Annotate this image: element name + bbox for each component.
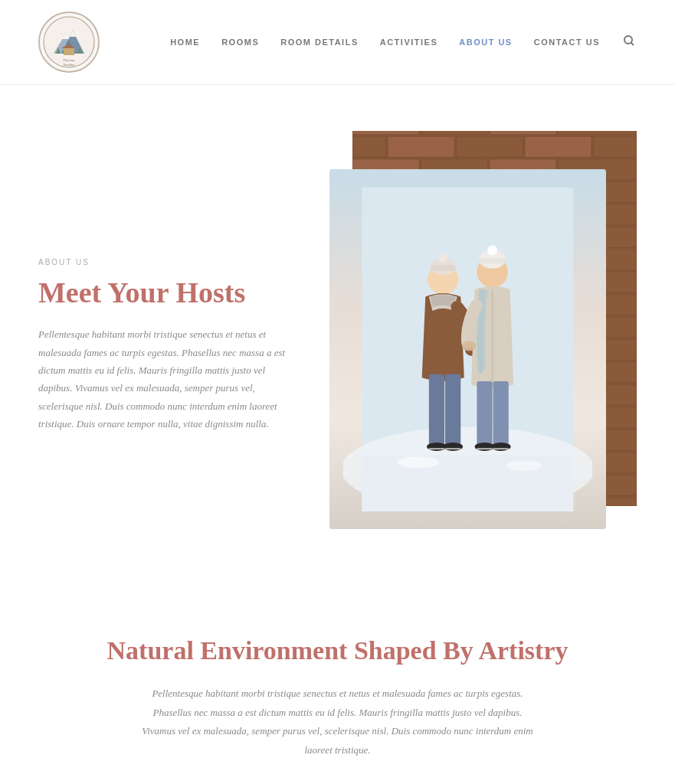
svg-rect-18	[352, 136, 386, 157]
svg-rect-20	[456, 136, 523, 157]
search-icon	[623, 34, 635, 47]
nav-activities[interactable]: ACTIVITIES	[380, 38, 438, 47]
nav-about-us[interactable]: ABOUT US	[459, 38, 512, 47]
site-header: Elysian Studios HOME ROOMS ROOM DETAILS …	[0, 0, 675, 85]
about-body: Pellentesque habitant morbi tristique se…	[38, 325, 299, 433]
svg-text:Studios: Studios	[63, 63, 74, 67]
svg-rect-106	[429, 448, 444, 449]
svg-point-111	[487, 245, 497, 255]
environment-section: Natural Environment Shaped By Artistry P…	[0, 590, 675, 784]
nav-contact-us[interactable]: CONTACT US	[534, 38, 600, 47]
nav-room-details[interactable]: ROOM DETAILS	[280, 38, 359, 47]
svg-rect-103	[445, 374, 460, 444]
svg-rect-100	[431, 265, 456, 270]
svg-rect-19	[388, 136, 454, 157]
svg-rect-117	[477, 448, 492, 449]
svg-point-121	[506, 460, 542, 470]
svg-rect-15	[421, 131, 487, 135]
about-label: ABOUT US	[38, 258, 299, 266]
logo-circle: Elysian Studios	[38, 11, 100, 73]
svg-point-120	[398, 456, 440, 468]
svg-rect-110	[479, 257, 506, 263]
couple-illustration	[343, 188, 592, 511]
svg-rect-107	[445, 448, 460, 449]
svg-line-12	[631, 43, 634, 46]
svg-point-105	[443, 442, 463, 450]
environment-body: Pellentesque habitant morbi tristique se…	[139, 684, 537, 760]
logo-icon: Elysian Studios	[42, 15, 96, 69]
svg-rect-5	[64, 48, 74, 55]
svg-rect-14	[352, 131, 419, 135]
svg-point-119	[462, 341, 476, 351]
logo: Elysian Studios	[38, 11, 100, 73]
svg-rect-16	[490, 131, 556, 135]
search-button[interactable]	[621, 33, 637, 51]
svg-point-101	[439, 253, 447, 262]
svg-rect-21	[525, 136, 591, 157]
about-text-block: ABOUT US Meet Your Hosts Pellentesque ha…	[38, 227, 329, 433]
svg-rect-114	[493, 381, 509, 444]
svg-rect-113	[477, 381, 492, 444]
svg-text:Elysian: Elysian	[64, 58, 75, 62]
environment-title: Natural Environment Shaped By Artistry	[38, 636, 637, 665]
svg-point-116	[491, 442, 511, 450]
svg-rect-102	[429, 374, 444, 444]
svg-rect-22	[593, 136, 637, 157]
nav-rooms[interactable]: ROOMS	[221, 38, 259, 47]
svg-rect-97	[362, 455, 574, 511]
about-title: Meet Your Hosts	[38, 276, 299, 311]
about-images	[329, 131, 637, 529]
about-section: ABOUT US Meet Your Hosts Pellentesque ha…	[0, 85, 675, 590]
svg-rect-118	[493, 448, 509, 449]
main-nav: HOME ROOMS ROOM DETAILS ACTIVITIES ABOUT…	[170, 33, 637, 51]
svg-rect-17	[558, 131, 637, 135]
couple-photo	[329, 169, 606, 529]
nav-home[interactable]: HOME	[170, 38, 200, 47]
